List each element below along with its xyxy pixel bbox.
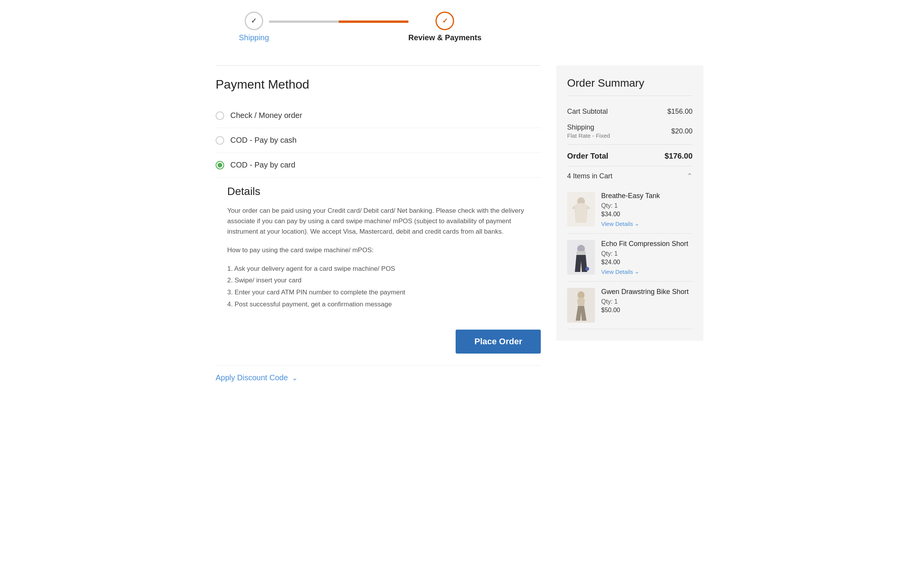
- cart-item-0-view-details[interactable]: View Details ⌄: [601, 220, 693, 227]
- cart-item-0-thumbnail: [567, 192, 595, 227]
- summary-divider: [567, 144, 693, 145]
- shipping-step-label: Shipping: [239, 33, 269, 42]
- details-section: Details Your order can be paid using you…: [216, 178, 541, 318]
- cart-subtotal-label: Cart Subtotal: [567, 108, 608, 116]
- details-how-to: How to pay using the card swipe machine/…: [227, 245, 529, 255]
- svg-point-3: [585, 267, 589, 271]
- cart-item-2-qty: Qty: 1: [601, 298, 693, 305]
- cart-item-2-details: Gwen Drawstring Bike Short Qty: 1 $50.00: [601, 288, 693, 323]
- cart-item-0-name: Breathe-Easy Tank: [601, 192, 693, 200]
- cart-item-0-price: $34.00: [601, 211, 693, 218]
- cart-item-0-details: Breathe-Easy Tank Qty: 1 $34.00 View Det…: [601, 192, 693, 227]
- shipping-step-icon: ✓: [245, 12, 263, 30]
- cart-item-2-thumbnail: [567, 288, 595, 323]
- shipping-value: $20.00: [671, 127, 693, 135]
- shipping-label-group: Shipping Flat Rate - Fixed: [567, 123, 610, 139]
- cart-subtotal-value: $156.00: [667, 108, 693, 116]
- left-panel: Payment Method Check / Money order COD -…: [216, 65, 541, 382]
- cart-item-1-thumbnail: [567, 240, 595, 275]
- cart-item-1-qty: Qty: 1: [601, 250, 693, 257]
- cart-item-1-details: Echo Fit Compression Short Qty: 1 $24.00…: [601, 240, 693, 275]
- order-summary-card: Order Summary Cart Subtotal $156.00 Ship…: [556, 65, 703, 341]
- payment-option-check[interactable]: Check / Money order: [216, 103, 541, 128]
- details-step-1: 1. Ask your delivery agent for a card sw…: [227, 263, 529, 275]
- order-total-value: $176.00: [665, 152, 693, 161]
- details-steps-list: 1. Ask your delivery agent for a card sw…: [227, 263, 529, 310]
- cart-item-1-name: Echo Fit Compression Short: [601, 240, 693, 248]
- shipping-row: Shipping Flat Rate - Fixed $20.00: [567, 120, 693, 143]
- payment-option-cod-card[interactable]: COD - Pay by card: [216, 153, 541, 178]
- section-divider: [216, 65, 541, 66]
- progress-line-orange: [339, 21, 408, 23]
- apply-discount-link[interactable]: Apply Discount Code: [216, 373, 288, 382]
- step-shipping: ✓ Shipping: [239, 12, 269, 42]
- radio-inner-dot: [218, 163, 222, 168]
- order-total-row: Order Total $176.00: [567, 146, 693, 166]
- radio-check[interactable]: [216, 111, 224, 120]
- payment-option-cod-cash[interactable]: COD - Pay by cash: [216, 128, 541, 153]
- view-details-0-chevron-icon: ⌄: [634, 220, 640, 227]
- shipping-label: Shipping: [567, 123, 610, 132]
- payment-method-title: Payment Method: [216, 77, 541, 92]
- cart-item-1-price: $24.00: [601, 259, 693, 266]
- view-details-1-chevron-icon: ⌄: [634, 268, 640, 275]
- step-review-payments: ✓ Review & Payments: [408, 12, 482, 42]
- right-panel: Order Summary Cart Subtotal $156.00 Ship…: [556, 65, 703, 341]
- payment-option-check-label: Check / Money order: [230, 111, 302, 120]
- cart-item-0: Breathe-Easy Tank Qty: 1 $34.00 View Det…: [567, 186, 693, 234]
- cart-subtotal-row: Cart Subtotal $156.00: [567, 104, 693, 120]
- cart-item-2-price: $50.00: [601, 307, 693, 314]
- cart-item-2-name: Gwen Drawstring Bike Short: [601, 288, 693, 296]
- order-total-label: Order Total: [567, 152, 608, 161]
- shipping-method-label: Flat Rate - Fixed: [567, 132, 610, 139]
- details-step-3: 3. Enter your card ATM PIN number to com…: [227, 287, 529, 299]
- progress-line-gray: [269, 21, 339, 23]
- apply-discount-row: Apply Discount Code ⌄: [216, 365, 541, 382]
- radio-cod-card[interactable]: [216, 161, 224, 169]
- cart-header-chevron-icon: ⌃: [687, 172, 693, 180]
- details-step-4: 4. Post successful payment, get a confir…: [227, 299, 529, 311]
- payment-option-cod-card-label: COD - Pay by card: [230, 161, 295, 169]
- cart-item-1: Echo Fit Compression Short Qty: 1 $24.00…: [567, 234, 693, 282]
- svg-rect-2: [576, 251, 586, 255]
- cart-item-2: Gwen Drawstring Bike Short Qty: 1 $50.00: [567, 282, 693, 329]
- details-title: Details: [227, 185, 529, 198]
- details-step-2: 2. Swipe/ insert your card: [227, 275, 529, 287]
- review-step-label: Review & Payments: [408, 33, 482, 42]
- progress-bar: ✓ Shipping ✓ Review & Payments: [216, 12, 703, 42]
- order-summary-title: Order Summary: [567, 77, 693, 96]
- cart-item-1-view-details[interactable]: View Details ⌄: [601, 268, 693, 275]
- details-paragraph: Your order can be paid using your Credit…: [227, 205, 529, 237]
- payment-option-cod-cash-label: COD - Pay by cash: [230, 136, 297, 145]
- items-in-cart-label: 4 Items in Cart: [567, 172, 612, 180]
- radio-cod-cash[interactable]: [216, 136, 224, 145]
- review-step-icon: ✓: [435, 12, 454, 30]
- items-in-cart-header[interactable]: 4 Items in Cart ⌃: [567, 166, 693, 186]
- place-order-button[interactable]: Place Order: [456, 330, 541, 354]
- button-row: Place Order: [216, 330, 541, 354]
- chevron-down-icon: ⌄: [292, 374, 298, 382]
- cart-item-0-qty: Qty: 1: [601, 202, 693, 209]
